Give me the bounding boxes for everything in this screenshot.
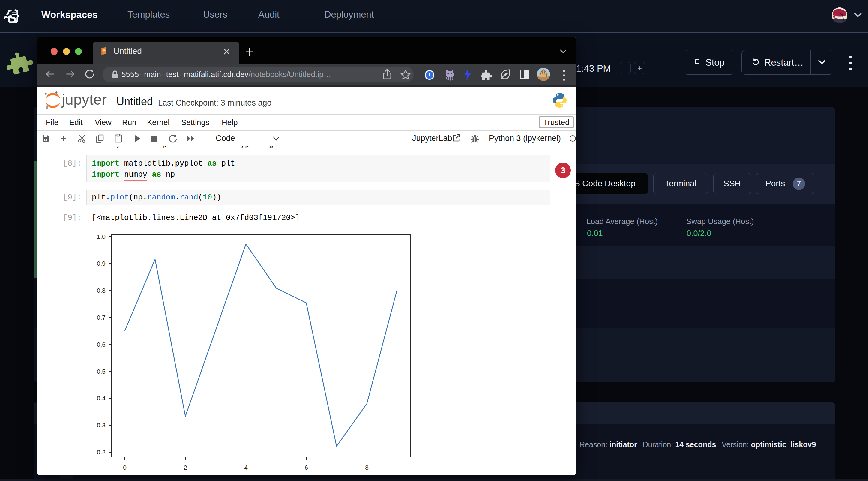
- svg-text:0.4: 0.4: [97, 395, 106, 402]
- svg-text:4: 4: [244, 464, 248, 471]
- svg-text:0.9: 0.9: [97, 260, 105, 267]
- svg-text:0.2: 0.2: [97, 449, 105, 455]
- svg-text:0.6: 0.6: [97, 341, 105, 348]
- svg-text:0.5: 0.5: [97, 368, 105, 375]
- svg-text:0: 0: [123, 464, 127, 471]
- svg-text:2: 2: [184, 464, 187, 471]
- svg-text:8: 8: [365, 464, 369, 471]
- svg-text:0.3: 0.3: [97, 422, 105, 428]
- svg-text:6: 6: [304, 464, 308, 471]
- svg-text:0.8: 0.8: [97, 287, 105, 294]
- svg-text:1.0: 1.0: [97, 233, 105, 240]
- svg-text:0.7: 0.7: [97, 314, 105, 321]
